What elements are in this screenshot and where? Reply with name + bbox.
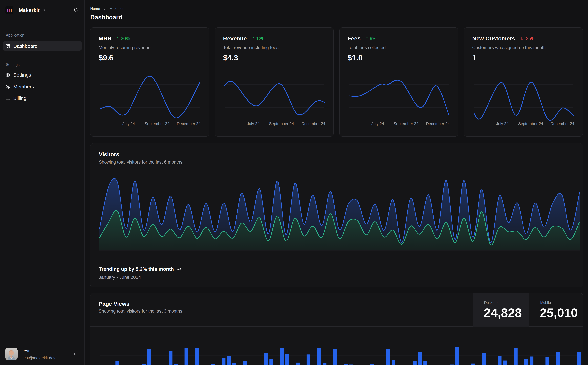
svg-text:m: m xyxy=(7,7,12,13)
